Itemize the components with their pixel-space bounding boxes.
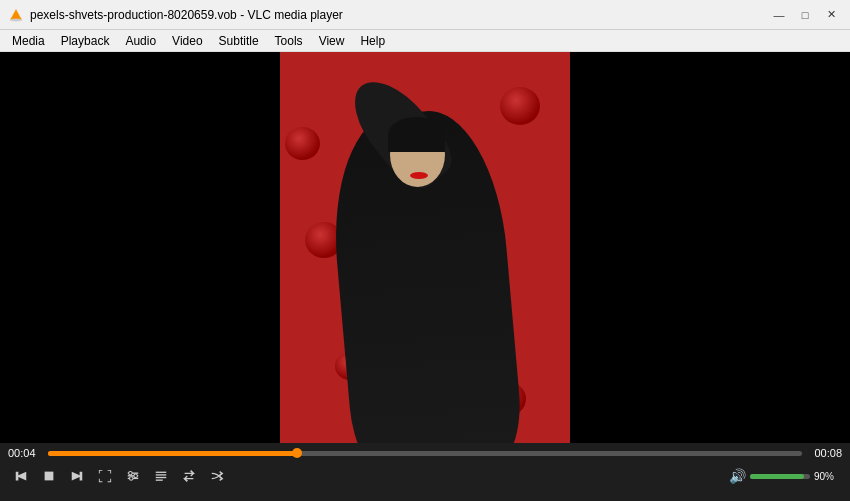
progress-track[interactable] [48, 451, 802, 456]
extended-icon [126, 469, 140, 483]
left-black-bar [0, 52, 280, 443]
menu-audio[interactable]: Audio [117, 30, 164, 51]
random-icon [210, 469, 224, 483]
stop-icon [42, 469, 56, 483]
previous-icon [14, 469, 28, 483]
volume-icon[interactable]: 🔊 [729, 468, 746, 484]
menu-playback[interactable]: Playback [53, 30, 118, 51]
menu-subtitle[interactable]: Subtitle [211, 30, 267, 51]
svg-point-10 [134, 474, 138, 478]
svg-rect-12 [156, 472, 167, 473]
right-black-bar [570, 52, 850, 443]
progress-fill [48, 451, 297, 456]
svg-rect-13 [156, 474, 167, 475]
svg-marker-3 [16, 472, 27, 481]
menu-video[interactable]: Video [164, 30, 210, 51]
playlist-button[interactable] [148, 465, 174, 487]
next-icon [70, 469, 84, 483]
extended-button[interactable] [120, 465, 146, 487]
svg-point-2 [10, 18, 22, 21]
video-content [280, 52, 570, 443]
window-title: pexels-shvets-production-8020659.vob - V… [30, 8, 768, 22]
pomegranate-1 [500, 87, 540, 125]
window-controls: — □ ✕ [768, 6, 842, 24]
svg-rect-14 [156, 477, 167, 478]
loop-icon [182, 469, 196, 483]
pomegranate-2 [285, 127, 320, 160]
playlist-icon [154, 469, 168, 483]
fullscreen-icon [98, 469, 112, 483]
close-button[interactable]: ✕ [820, 6, 842, 24]
svg-point-11 [130, 477, 134, 481]
next-button[interactable] [64, 465, 90, 487]
svg-marker-5 [72, 472, 83, 481]
video-frame [280, 52, 570, 443]
maximize-button[interactable]: □ [794, 6, 816, 24]
menu-bar: Media Playback Audio Video Subtitle Tool… [0, 30, 850, 52]
current-time: 00:04 [8, 447, 40, 459]
total-time: 00:08 [810, 447, 842, 459]
progress-row: 00:04 00:08 [8, 447, 842, 459]
volume-track[interactable] [750, 474, 810, 479]
random-button[interactable] [204, 465, 230, 487]
menu-tools[interactable]: Tools [267, 30, 311, 51]
stop-button[interactable] [36, 465, 62, 487]
previous-button[interactable] [8, 465, 34, 487]
svg-rect-15 [156, 480, 163, 481]
minimize-button[interactable]: — [768, 6, 790, 24]
svg-rect-4 [45, 472, 54, 481]
fullscreen-button[interactable] [92, 465, 118, 487]
controls-bar: 00:04 00:08 [0, 443, 850, 501]
volume-label: 90% [814, 471, 842, 482]
menu-view[interactable]: View [311, 30, 353, 51]
volume-area: 🔊 90% [729, 468, 842, 484]
loop-button[interactable] [176, 465, 202, 487]
volume-fill [750, 474, 804, 479]
progress-handle [292, 448, 302, 458]
menu-media[interactable]: Media [4, 30, 53, 51]
title-bar: pexels-shvets-production-8020659.vob - V… [0, 0, 850, 30]
svg-point-9 [129, 471, 133, 475]
video-area [0, 52, 850, 443]
menu-help[interactable]: Help [352, 30, 393, 51]
buttons-row: 🔊 90% [8, 465, 842, 487]
person-hair [388, 117, 445, 152]
person-lips [410, 172, 428, 179]
vlc-icon [8, 7, 24, 23]
